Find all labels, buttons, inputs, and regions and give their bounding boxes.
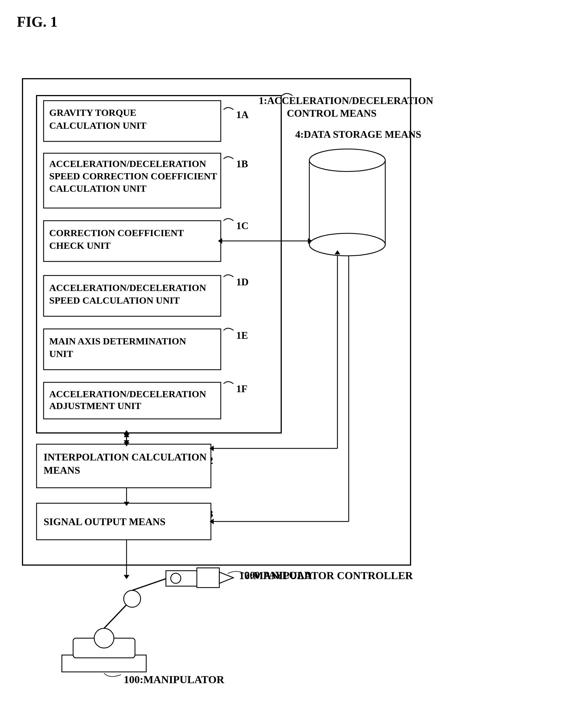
svg-text:ACCELERATION/DECELERATION: ACCELERATION/DECELERATION [49, 389, 206, 399]
svg-marker-60 [124, 502, 129, 506]
svg-marker-57 [124, 430, 129, 434]
svg-point-72 [171, 573, 181, 583]
svg-text:1B: 1B [236, 158, 248, 170]
svg-text:SPEED CORRECTION COEFFICIENT: SPEED CORRECTION COEFFICIENT [49, 171, 217, 181]
svg-rect-27 [44, 382, 221, 419]
svg-text:1C: 1C [236, 220, 249, 231]
svg-text:10:MANIPULATOR CONTROLLER: 10:MANIPULATOR CONTROLLER [239, 570, 413, 581]
svg-marker-42 [124, 433, 129, 437]
svg-rect-24 [44, 329, 221, 370]
svg-text:100:MANIPULATOR: 100:MANIPULATOR [124, 673, 225, 685]
svg-rect-71 [197, 568, 219, 587]
svg-text:4:DATA STORAGE MEANS: 4:DATA STORAGE MEANS [295, 129, 421, 140]
svg-marker-51 [210, 446, 214, 451]
svg-text:CHECK UNIT: CHECK UNIT [49, 240, 111, 251]
svg-text:ACCELERATION/DECELERATION: ACCELERATION/DECELERATION [49, 282, 206, 293]
svg-text:CONTROL MEANS: CONTROL MEANS [287, 108, 377, 119]
svg-rect-1 [22, 79, 411, 565]
svg-point-33 [309, 233, 385, 256]
svg-text:ADJUSTMENT UNIT: ADJUSTMENT UNIT [49, 401, 141, 411]
svg-marker-58 [124, 442, 129, 446]
svg-text:1F: 1F [236, 383, 248, 394]
svg-point-32 [309, 149, 385, 171]
svg-rect-2 [37, 95, 281, 433]
svg-marker-55 [210, 519, 214, 524]
svg-line-67 [104, 599, 132, 628]
svg-text:SIGNAL OUTPUT MEANS: SIGNAL OUTPUT MEANS [44, 516, 165, 528]
svg-point-68 [124, 591, 141, 607]
svg-marker-52 [335, 250, 340, 254]
svg-rect-35 [37, 444, 211, 488]
svg-rect-70 [166, 571, 203, 586]
svg-rect-65 [73, 638, 135, 658]
svg-text:UNIT: UNIT [49, 348, 73, 359]
svg-point-66 [94, 628, 114, 648]
svg-rect-18 [44, 221, 221, 261]
svg-text:1D: 1D [236, 276, 249, 287]
svg-marker-45 [124, 442, 129, 446]
svg-text:CALCULATION UNIT: CALCULATION UNIT [49, 120, 147, 131]
svg-text:GRAVITY TORQUE: GRAVITY TORQUE [49, 107, 136, 118]
svg-rect-21 [44, 276, 221, 316]
svg-marker-44 [124, 431, 129, 435]
svg-text:INTERPOLATION CALCULATION: INTERPOLATION CALCULATION [44, 451, 207, 463]
svg-text:1E: 1E [236, 330, 248, 341]
svg-text:MEANS: MEANS [44, 465, 80, 476]
svg-text:FIG. 1: FIG. 1 [17, 14, 57, 30]
svg-text:CORRECTION COEFFICIENT: CORRECTION COEFFICIENT [49, 228, 184, 238]
svg-marker-43 [124, 440, 129, 445]
svg-text:1:ACCELERATION/DECELERATION: 1:ACCELERATION/DECELERATION [259, 95, 433, 106]
svg-marker-47 [218, 238, 222, 244]
svg-text:2: 2 [208, 455, 213, 466]
svg-rect-64 [62, 655, 146, 672]
svg-text:1A: 1A [236, 109, 249, 120]
svg-text:3: 3 [208, 508, 213, 519]
svg-text:MAIN  AXIS  DETERMINATION: MAIN AXIS DETERMINATION [49, 336, 186, 346]
svg-text:200:PAYLOAD: 200:PAYLOAD [245, 570, 312, 581]
svg-line-69 [132, 578, 169, 591]
svg-text:ACCELERATION/DECELERATION: ACCELERATION/DECELERATION [49, 158, 206, 169]
svg-marker-48 [308, 238, 312, 244]
svg-rect-39 [37, 503, 211, 540]
svg-rect-11 [44, 101, 221, 142]
svg-text:CALCULATION UNIT: CALCULATION UNIT [49, 183, 147, 194]
svg-rect-14 [44, 153, 221, 208]
svg-text:SPEED CALCULATION UNIT: SPEED CALCULATION UNIT [49, 295, 180, 305]
svg-marker-62 [124, 575, 129, 579]
svg-rect-31 [309, 160, 385, 244]
